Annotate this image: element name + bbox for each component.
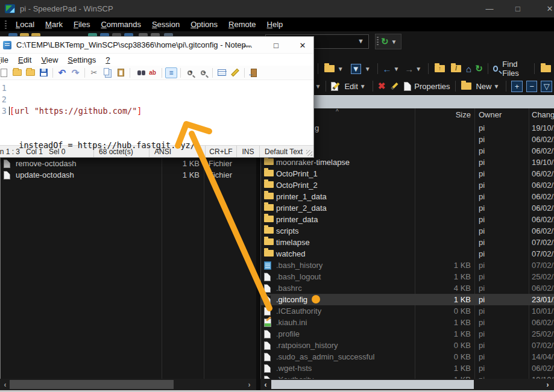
scrollbar-thumb[interactable] (10, 380, 174, 389)
file-row[interactable]: watchedpi07/02/2 (261, 248, 554, 260)
redo-icon[interactable]: ↷ (69, 67, 81, 78)
new-file-icon[interactable] (0, 67, 10, 78)
file-row[interactable]: printer_1_datapi06/02/2 (261, 191, 554, 202)
browse-icon[interactable] (24, 67, 36, 78)
menu-commands[interactable]: Commands (95, 19, 146, 30)
statistics-icon[interactable] (216, 67, 228, 78)
root-directory-button[interactable]: / (448, 65, 464, 72)
open-directory-button[interactable]: ▼ (321, 65, 347, 72)
menu-help[interactable]: Help (262, 19, 289, 30)
chevron-down-icon[interactable]: ▼ (315, 83, 321, 90)
filter-icon: ▼ (351, 64, 361, 74)
column-header-owner[interactable]: Owner (479, 110, 502, 119)
menu-files[interactable]: Files (68, 19, 95, 30)
scroll-right-icon[interactable]: › (244, 379, 254, 390)
resize-grip[interactable] (306, 150, 312, 156)
zoom-out-icon[interactable]: − (197, 67, 209, 78)
back-button[interactable]: ←▼ (380, 64, 403, 74)
file-row[interactable]: printer_datapi06/02/2 (261, 214, 554, 225)
notepad-maximize-button[interactable]: □ (264, 37, 288, 54)
file-row[interactable]: .wget-hsts1 KBpi06/02/2 (261, 362, 554, 374)
editor-text[interactable]: [url "https://github.com/"] insteadOf = … (9, 82, 195, 197)
parent-directory-button[interactable]: ↑ (432, 65, 448, 72)
select-minus-button[interactable]: − (526, 81, 538, 92)
notepad-close-button[interactable]: ✕ (291, 37, 315, 54)
replace-icon[interactable]: ab (146, 67, 159, 78)
file-row[interactable]: .profile1 KBpi25/02/2 (261, 328, 554, 340)
refresh-button[interactable]: ↻ (473, 63, 485, 74)
close-button[interactable]: ✕ (540, 0, 554, 17)
file-row[interactable]: .kiauh.ini1 KBpi06/02/2 (261, 317, 554, 328)
notepad-menu-settings[interactable]: Settings (63, 55, 101, 64)
save-icon[interactable] (37, 67, 49, 78)
file-owner: pi (479, 318, 485, 327)
menu-mark[interactable]: Mark (40, 19, 68, 30)
scroll-left-icon[interactable]: ‹ (260, 379, 271, 390)
minimize-button[interactable]: — (479, 0, 500, 17)
file-row[interactable]: .bash_logout1 KBpi25/02/2 (261, 271, 554, 282)
file-row[interactable]: printer_2_datapi06/02/2 (261, 202, 554, 214)
notepad-menu-file[interactable]: File (0, 55, 13, 64)
delete-button[interactable]: ✖ (376, 81, 388, 92)
home-directory-button[interactable]: ⌂ (464, 64, 473, 74)
word-wrap-icon[interactable]: ≡ (165, 67, 177, 78)
notepad-menu-help[interactable]: ? (101, 55, 115, 64)
scroll-left-icon[interactable]: ‹ (0, 379, 10, 390)
exit-icon[interactable] (248, 67, 260, 78)
zoom-in-icon[interactable]: + (184, 67, 196, 78)
notepad-minimize-button[interactable]: — (235, 37, 259, 54)
cut-icon[interactable]: ✂ (88, 67, 100, 78)
undo-icon[interactable]: ↶ (56, 67, 68, 78)
file-row[interactable]: .sudo_as_admin_successful0 KBpi14/04/2 (261, 351, 554, 362)
copy-icon[interactable] (101, 67, 113, 78)
file-row[interactable]: .gitconfig1 KBpi23/01/2 (261, 294, 554, 305)
editor-area[interactable]: 1 2 3 [url "https://github.com/"] instea… (0, 80, 313, 145)
menu-local[interactable]: Local (10, 19, 40, 30)
remote-horizontal-scrollbar[interactable]: ‹ › (260, 379, 554, 390)
select-plus-button[interactable]: + (511, 81, 523, 92)
notepad-app-icon (3, 41, 11, 49)
rename-pencil-icon (391, 82, 398, 90)
column-header-changed[interactable]: Change (532, 110, 554, 119)
file-icon (264, 364, 271, 373)
filter-funnel-button[interactable]: ▽ (541, 81, 552, 92)
maximize-button[interactable]: □ (508, 0, 528, 17)
find-files-button[interactable]: Find Files (491, 60, 532, 78)
new-label: New (476, 82, 491, 91)
notepad-window[interactable]: C:\TEMP\LBKTemp_WinSCP\scp38366\home\pi\… (0, 36, 314, 158)
scroll-right-icon[interactable]: › (543, 379, 553, 390)
paste-icon[interactable] (115, 67, 127, 78)
notepad-menu-edit[interactable]: Edit (13, 55, 36, 64)
menu-remote[interactable]: Remote (223, 19, 262, 30)
find-icon[interactable] (133, 67, 145, 78)
file-row[interactable]: moonraker-timelapsepi19/10/2 (261, 157, 554, 168)
edit-mode-icon[interactable] (229, 67, 241, 78)
copy-button[interactable] (538, 65, 554, 72)
edit-button[interactable]: Edit▼ (329, 82, 369, 91)
scrollbar-thumb[interactable] (271, 380, 474, 389)
file-row[interactable]: timelapsepi07/02/2 (261, 237, 554, 248)
file-row[interactable]: scriptspi06/02/2 (261, 225, 554, 237)
file-row[interactable]: OctoPrint_1pi06/02/2 (261, 168, 554, 179)
file-row[interactable]: OctoPrint_2pi06/02/2 (261, 179, 554, 191)
menu-options[interactable]: Options (185, 19, 223, 30)
file-name: timelapse (276, 238, 310, 247)
new-button[interactable]: New▼ (458, 82, 503, 91)
forward-button[interactable]: →▼ (403, 64, 425, 74)
file-row[interactable]: .ratpoison_history0 KBpi07/02/2 (261, 340, 554, 351)
rename-button[interactable] (387, 85, 402, 87)
open-file-icon[interactable] (11, 67, 23, 78)
synchronize-button[interactable]: ↻ ▼ (375, 34, 401, 49)
title-bar[interactable]: pi - SpeederPad - WinSCP — □ ✕ (0, 0, 554, 17)
notepad-menu-view[interactable]: View (36, 55, 63, 64)
menu-session[interactable]: Session (146, 19, 185, 30)
filter-button[interactable]: ▼▼ (347, 64, 374, 74)
file-row[interactable]: .Xauthority1 KBpi19/10/2 (261, 374, 554, 379)
properties-button[interactable]: Properties (402, 82, 452, 91)
notepad-title-bar[interactable]: C:\TEMP\LBKTemp_WinSCP\scp38366\home\pi\… (0, 37, 313, 54)
file-row[interactable]: .ICEauthority0 KBpi10/01/2 (261, 305, 554, 317)
local-horizontal-scrollbar[interactable]: ‹ › (0, 379, 256, 390)
file-row[interactable]: .bash_history1 KBpi07/02/2 (261, 260, 554, 271)
column-header-size[interactable]: Size (429, 110, 471, 119)
file-row[interactable]: .bashrc4 KBpi06/02/2 (261, 282, 554, 294)
